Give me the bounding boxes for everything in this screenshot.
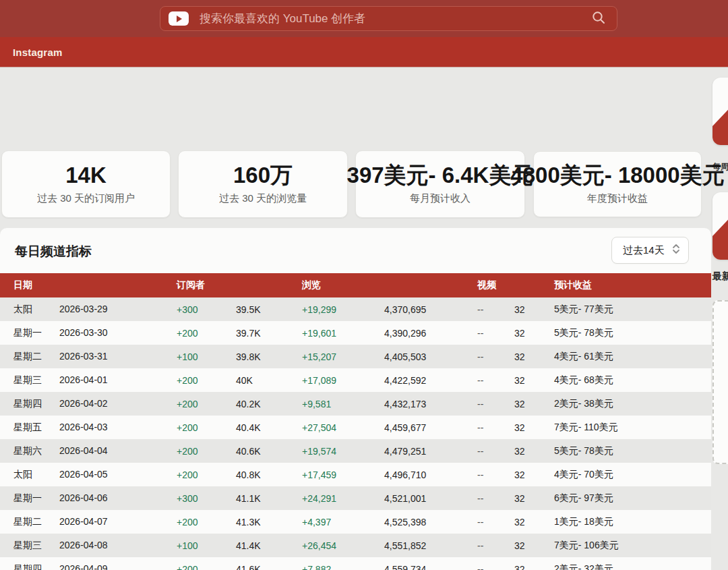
subscribers-total-cell: 39.5K xyxy=(222,304,289,315)
latest-section-label: 最新 xyxy=(712,270,728,283)
subscribers-value: 14K xyxy=(65,163,107,188)
subscribers-total-cell: 41.3K xyxy=(222,517,289,528)
views-change-cell: +7,882 xyxy=(289,564,371,570)
nav-item-instagram[interactable]: Instagram xyxy=(13,47,63,58)
column-header-views[interactable]: 浏览 xyxy=(289,279,464,291)
column-header-date[interactable]: 日期 xyxy=(0,279,163,291)
videos-change-cell: -- xyxy=(464,304,501,315)
videos-change-cell: -- xyxy=(464,446,501,457)
earnings-cell: 5美元- 78美元 xyxy=(541,327,711,339)
subscribers-change-cell: +100 xyxy=(163,540,222,551)
videos-change-cell: -- xyxy=(464,564,501,570)
subscribers-change-cell: +200 xyxy=(163,422,222,433)
subscribers-change-cell: +100 xyxy=(163,351,222,362)
secondary-nav-bar: Instagram xyxy=(0,37,728,67)
earnings-cell: 5美元- 77美元 xyxy=(541,304,711,316)
videos-change-cell: -- xyxy=(464,493,501,504)
views-change-cell: +24,291 xyxy=(289,493,371,504)
table-row[interactable]: 星期二2026-03-31 +100 39.8K +15,207 4,405,5… xyxy=(0,345,711,368)
subscribers-change-cell: +200 xyxy=(163,517,222,528)
table-row[interactable]: 星期四2026-04-09 +200 41.6K +7,882 4,559,73… xyxy=(0,557,711,570)
table-row[interactable]: 星期一2026-03-30 +200 39.7K +19,601 4,390,2… xyxy=(0,321,711,345)
videos-total-cell: 32 xyxy=(501,304,541,315)
earnings-cell: 4美元- 68美元 xyxy=(541,374,711,387)
date-cell: 星期二2026-03-31 xyxy=(0,351,163,363)
earnings-cell: 1美元- 18美元 xyxy=(541,516,711,528)
daily-metrics-panel: 每日频道指标 过去14天 日期 订阅者 浏览 视频 预计收益 太阳2026-03… xyxy=(0,228,711,570)
date-cell: 太阳2026-04-05 xyxy=(0,469,163,481)
date-range-select[interactable]: 过去14天 xyxy=(611,237,689,264)
subscribers-total-cell: 40.6K xyxy=(222,446,289,457)
videos-change-cell: -- xyxy=(464,351,501,362)
videos-change-cell: -- xyxy=(464,469,501,480)
earnings-cell: 2美元- 38美元 xyxy=(541,398,711,410)
views-change-cell: +15,207 xyxy=(289,351,371,362)
weekly-thumbnail-card[interactable] xyxy=(712,78,728,145)
column-header-subscribers[interactable]: 订阅者 xyxy=(163,279,289,291)
subscribers-change-cell: +300 xyxy=(163,493,222,504)
subscribers-total-cell: 40.8K xyxy=(222,469,289,480)
table-row[interactable]: 太阳2026-03-29 +300 39.5K +19,299 4,370,69… xyxy=(0,297,711,321)
table-row[interactable]: 星期一2026-04-06 +300 41.1K +24,291 4,521,0… xyxy=(0,486,711,510)
videos-total-cell: 32 xyxy=(501,446,541,457)
videos-total-cell: 32 xyxy=(501,422,541,433)
date-cell: 星期四2026-04-09 xyxy=(0,563,163,570)
earnings-cell: 2美元- 32美元 xyxy=(541,563,711,570)
views-total-cell: 4,370,695 xyxy=(371,304,464,315)
date-cell: 星期五2026-04-03 xyxy=(0,422,163,434)
monthly-income-value: 397美元- 6.4K美元 xyxy=(347,163,534,188)
date-cell: 星期六2026-04-04 xyxy=(0,445,163,457)
stat-card-monthly-income: 397美元- 6.4K美元 每月预计收入 xyxy=(355,150,525,218)
search-icon[interactable] xyxy=(591,10,606,28)
panel-title: 每日频道指标 xyxy=(15,243,92,260)
top-header-bar xyxy=(0,0,728,37)
earnings-cell: 5美元- 78美元 xyxy=(541,445,711,457)
date-cell: 星期三2026-04-01 xyxy=(0,374,163,387)
videos-total-cell: 32 xyxy=(501,517,541,528)
views-total-cell: 4,422,592 xyxy=(371,375,464,386)
table-row[interactable]: 星期二2026-04-07 +200 41.3K +4,397 4,525,39… xyxy=(0,510,711,534)
table-row[interactable]: 星期四2026-04-02 +200 40.2K +9,581 4,432,17… xyxy=(0,392,711,416)
videos-change-cell: -- xyxy=(464,540,501,551)
subscribers-total-cell: 41.1K xyxy=(222,493,289,504)
date-cell: 星期二2026-04-07 xyxy=(0,516,163,528)
search-input[interactable] xyxy=(200,12,591,26)
subscribers-change-cell: +200 xyxy=(163,446,222,457)
views-total-cell: 4,521,001 xyxy=(371,493,464,504)
subscribers-label: 过去 30 天的订阅用户 xyxy=(37,192,135,205)
yearly-income-label: 年度预计收益 xyxy=(587,192,648,205)
videos-total-cell: 32 xyxy=(501,493,541,504)
views-change-cell: +17,459 xyxy=(289,469,371,480)
views-change-cell: +19,601 xyxy=(289,328,371,339)
monthly-income-label: 每月预计收入 xyxy=(410,192,471,205)
videos-total-cell: 32 xyxy=(501,564,541,570)
videos-total-cell: 32 xyxy=(501,469,541,480)
stat-card-subscribers: 14K 过去 30 天的订阅用户 xyxy=(1,150,171,218)
date-cell: 星期一2026-04-06 xyxy=(0,492,163,505)
videos-change-cell: -- xyxy=(464,375,501,386)
earnings-cell: 4美元- 70美元 xyxy=(541,469,711,481)
views-change-cell: +17,089 xyxy=(289,375,371,386)
views-total-cell: 4,496,710 xyxy=(371,469,464,480)
column-header-videos[interactable]: 视频 xyxy=(464,279,541,291)
creator-search-bar[interactable] xyxy=(160,6,617,31)
subscribers-total-cell: 40.2K xyxy=(222,399,289,409)
views-total-cell: 4,479,251 xyxy=(371,446,464,457)
table-row[interactable]: 星期五2026-04-03 +200 40.4K +27,504 4,459,6… xyxy=(0,416,711,439)
table-row[interactable]: 星期三2026-04-08 +100 41.4K +26,454 4,551,8… xyxy=(0,534,711,557)
views-change-cell: +19,299 xyxy=(289,304,371,315)
videos-change-cell: -- xyxy=(464,328,501,339)
views-total-cell: 4,390,296 xyxy=(371,328,464,339)
stat-card-views: 160万 过去 30 天的浏览量 xyxy=(178,150,348,218)
subscribers-change-cell: +300 xyxy=(163,304,222,315)
subscribers-change-cell: +200 xyxy=(163,328,222,339)
table-row[interactable]: 太阳2026-04-05 +200 40.8K +17,459 4,496,71… xyxy=(0,463,711,486)
videos-change-cell: -- xyxy=(464,517,501,528)
stat-card-yearly-income: 4800美元- 18000美元 年度预计收益 xyxy=(533,150,702,218)
chevron-up-down-icon xyxy=(672,243,680,258)
subscribers-total-cell: 40K xyxy=(222,375,289,386)
column-header-earnings[interactable]: 预计收益 xyxy=(541,279,711,291)
table-row[interactable]: 星期三2026-04-01 +200 40K +17,089 4,422,592… xyxy=(0,368,711,392)
table-row[interactable]: 星期六2026-04-04 +200 40.6K +19,574 4,479,2… xyxy=(0,439,711,463)
videos-total-cell: 32 xyxy=(501,399,541,409)
